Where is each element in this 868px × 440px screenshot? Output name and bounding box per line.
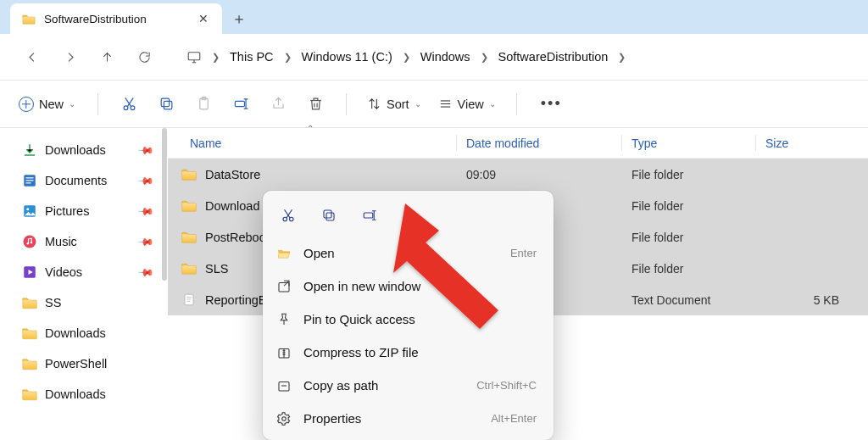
paste-button[interactable]	[186, 88, 220, 120]
sidebar: Downloads📌Documents📌Pictures📌Music📌Video…	[0, 128, 161, 440]
breadcrumb-item[interactable]: Windows 11 (C:)	[293, 42, 401, 72]
chevron-right-icon[interactable]: ❯	[210, 52, 221, 63]
rename-button[interactable]	[224, 88, 258, 120]
separator	[346, 93, 347, 115]
new-button[interactable]: New ⌄	[10, 92, 84, 117]
context-menu-actions	[268, 196, 548, 237]
sidebar-item-label: Pictures	[45, 204, 89, 218]
cut-button[interactable]	[112, 88, 146, 120]
more-button[interactable]: •••	[531, 95, 572, 113]
ctx-rename-button[interactable]	[351, 199, 388, 231]
refresh-button[interactable]	[125, 40, 163, 74]
column-date[interactable]: Date modified	[456, 128, 621, 158]
cut-icon	[121, 96, 137, 112]
folder-icon	[22, 356, 37, 371]
tab-title: SoftwareDistribution	[44, 13, 147, 25]
ctx-cut-button[interactable]	[270, 199, 307, 231]
sidebar-item[interactable]: Downloads	[10, 379, 158, 409]
column-type[interactable]: Type	[621, 128, 755, 158]
view-button[interactable]: View ⌄	[431, 92, 503, 116]
context-menu-item[interactable]: Open in new window	[268, 270, 548, 303]
monitor-icon[interactable]	[178, 42, 210, 72]
cell-date: 09:09	[456, 168, 621, 181]
active-tab[interactable]: SoftwareDistribution ✕	[10, 3, 222, 34]
sidebar-item[interactable]: Downloads	[10, 318, 158, 348]
folder-icon	[181, 231, 197, 243]
context-menu-item[interactable]: Copy as pathCtrl+Shift+C	[268, 369, 548, 402]
breadcrumb-item[interactable]: Windows	[412, 42, 479, 72]
sidebar-item-label: Downloads	[45, 387, 106, 401]
breadcrumb[interactable]: ❯ This PC ❯ Windows 11 (C:) ❯ Windows ❯ …	[178, 42, 627, 72]
sidebar-item[interactable]: SS	[10, 287, 158, 318]
context-menu-label: Open	[303, 246, 335, 260]
share-icon	[270, 96, 287, 112]
sidebar-scrollbar[interactable]	[161, 128, 168, 440]
pin-icon: 📌	[137, 203, 155, 220]
cell-name: DataStore	[168, 168, 456, 181]
column-name[interactable]: Name ⌃	[168, 128, 456, 158]
folder-icon	[181, 168, 197, 181]
context-menu-item[interactable]: Compress to ZIP file	[268, 336, 548, 369]
context-menu-item[interactable]: Pin to Quick access	[268, 303, 548, 336]
chevron-right-icon[interactable]: ❯	[616, 52, 627, 63]
share-button[interactable]	[261, 88, 295, 120]
sidebar-item-label: Documents	[45, 174, 107, 187]
sidebar-item[interactable]: Music📌	[10, 226, 158, 257]
back-button[interactable]	[14, 40, 51, 74]
sidebar-item[interactable]: Videos📌	[10, 257, 158, 287]
toolbar: New ⌄ Sort ⌄ View ⌄ •••	[0, 81, 868, 128]
ctx-copy-button[interactable]	[310, 199, 348, 231]
new-window-icon	[276, 279, 292, 294]
properties-icon	[276, 411, 292, 426]
chevron-right-icon[interactable]: ❯	[282, 52, 293, 63]
chevron-right-icon[interactable]: ❯	[479, 52, 490, 63]
cell-size: 5 KB	[755, 293, 868, 307]
column-headers: Name ⌃ Date modified Type Size	[168, 128, 868, 159]
chevron-down-icon: ⌄	[415, 99, 421, 109]
sidebar-item-label: Downloads	[45, 143, 106, 157]
sort-button[interactable]: Sort ⌄	[360, 92, 428, 116]
pin-icon	[276, 312, 292, 327]
copy-path-icon	[276, 378, 292, 393]
column-size-label: Size	[765, 136, 788, 150]
context-menu-item[interactable]: OpenEnter	[268, 237, 548, 270]
column-name-label: Name	[190, 136, 221, 150]
cell-type: File folder	[621, 231, 755, 244]
context-menu-label: Properties	[303, 411, 361, 426]
titlebar: SoftwareDistribution ✕ ＋	[0, 0, 868, 34]
paste-icon	[196, 96, 212, 112]
chevron-down-icon: ⌄	[69, 99, 75, 109]
pin-icon: 📌	[137, 142, 155, 159]
rename-icon	[362, 208, 377, 223]
view-label: View	[458, 97, 484, 111]
column-type-label: Type	[632, 136, 657, 150]
breadcrumb-item[interactable]: SoftwareDistribution	[490, 42, 617, 72]
cell-type: File folder	[621, 168, 755, 181]
sort-ascending-icon: ⌃	[307, 124, 314, 133]
sidebar-item[interactable]: Downloads📌	[10, 135, 158, 165]
sidebar-item[interactable]: PowerShell	[10, 348, 158, 379]
ctx-delete-button[interactable]	[392, 199, 429, 231]
sidebar-item[interactable]: Documents📌	[10, 165, 158, 196]
trash-icon	[403, 208, 418, 223]
sidebar-item[interactable]: Pictures📌	[10, 196, 158, 226]
address-bar: ❯ This PC ❯ Windows 11 (C:) ❯ Windows ❯ …	[0, 34, 868, 81]
context-menu-label: Open in new window	[303, 279, 420, 293]
copy-button[interactable]	[149, 88, 183, 120]
context-menu-item[interactable]: PropertiesAlt+Enter	[268, 402, 548, 435]
folder-icon	[181, 199, 197, 212]
breadcrumb-item[interactable]: This PC	[221, 42, 282, 72]
chevron-right-icon[interactable]: ❯	[401, 52, 412, 63]
download-icon	[22, 142, 37, 158]
column-size[interactable]: Size	[755, 128, 868, 158]
new-tab-button[interactable]: ＋	[222, 3, 256, 34]
sidebar-item-label: Downloads	[45, 326, 106, 340]
sidebar-item-label: Music	[45, 235, 77, 248]
delete-button[interactable]	[298, 88, 332, 120]
up-button[interactable]	[88, 40, 125, 74]
table-row[interactable]: DataStore09:09File folder	[168, 159, 868, 190]
context-menu-shortcut: Ctrl+Shift+C	[476, 379, 537, 392]
chevron-down-icon: ⌄	[489, 99, 496, 109]
forward-button[interactable]	[51, 40, 88, 74]
close-tab-button[interactable]: ✕	[193, 8, 214, 29]
